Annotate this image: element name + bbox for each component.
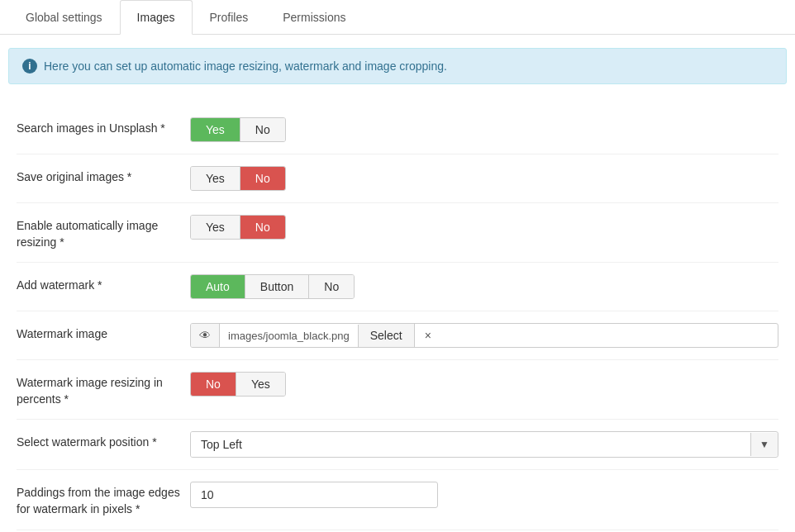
add-watermark-label: Add watermark *	[17, 274, 190, 294]
watermark-resize-toggle: No Yes	[190, 372, 286, 397]
watermark-padding-input[interactable]	[190, 482, 438, 508]
info-banner: i Here you can set up automatic image re…	[8, 48, 787, 84]
watermark-clear-button[interactable]: ×	[415, 324, 441, 347]
search-unsplash-yes[interactable]: Yes	[191, 118, 240, 141]
watermark-eye-button[interactable]: 👁	[191, 324, 220, 347]
tab-global-settings[interactable]: Global settings	[8, 0, 120, 35]
save-original-no[interactable]: No	[240, 167, 285, 190]
add-watermark-auto[interactable]: Auto	[191, 275, 245, 298]
watermark-padding-label: Paddings from the image edges for waterm…	[17, 482, 190, 517]
watermark-select-button[interactable]: Select	[359, 324, 415, 347]
add-watermark-toggle: Auto Button No	[190, 274, 355, 299]
add-watermark-no[interactable]: No	[308, 275, 354, 298]
watermark-resize-no[interactable]: No	[191, 373, 236, 396]
watermark-image-row: Watermark image 👁 images/joomla_black.pn…	[17, 311, 778, 360]
watermark-image-label: Watermark image	[17, 323, 190, 343]
watermark-resize-yes[interactable]: Yes	[236, 373, 285, 396]
watermark-padding-row: Paddings from the image edges for waterm…	[17, 470, 778, 530]
info-icon: i	[22, 59, 37, 74]
dropdown-arrow-icon: ▼	[750, 433, 778, 456]
info-banner-text: Here you can set up automatic image resi…	[44, 59, 447, 73]
tab-profiles[interactable]: Profiles	[193, 0, 266, 35]
search-unsplash-no[interactable]: No	[240, 118, 285, 141]
auto-resize-control: Yes No	[190, 215, 778, 240]
auto-resize-toggle: Yes No	[190, 215, 286, 240]
search-unsplash-toggle: Yes No	[190, 117, 286, 142]
form-content: Search images in Unsplash * Yes No Save …	[0, 97, 795, 532]
tab-permissions[interactable]: Permissions	[265, 0, 363, 35]
watermark-resize-label: Watermark image resizing in percents *	[17, 372, 190, 407]
save-original-yes[interactable]: Yes	[191, 167, 240, 190]
watermark-resize-row: Watermark image resizing in percents * N…	[17, 360, 778, 420]
auto-resize-no[interactable]: No	[240, 216, 285, 239]
watermark-position-select[interactable]: Top Left Top Center Top Right Middle Lef…	[191, 432, 750, 457]
watermark-padding-control	[190, 482, 778, 508]
auto-resize-label: Enable automatically image resizing *	[17, 215, 190, 250]
tab-bar: Global settings Images Profiles Permissi…	[0, 0, 795, 35]
add-watermark-button[interactable]: Button	[245, 275, 308, 298]
tab-images[interactable]: Images	[120, 0, 193, 35]
add-watermark-control: Auto Button No	[190, 274, 778, 299]
watermark-position-control: Top Left Top Center Top Right Middle Lef…	[190, 431, 778, 458]
watermark-position-dropdown: Top Left Top Center Top Right Middle Lef…	[190, 431, 778, 458]
search-unsplash-row: Search images in Unsplash * Yes No	[17, 106, 778, 154]
add-watermark-row: Add watermark * Auto Button No	[17, 263, 778, 311]
watermark-image-group: 👁 images/joomla_black.png Select ×	[190, 323, 778, 348]
save-original-row: Save original images * Yes No	[17, 154, 778, 203]
auto-resize-row: Enable automatically image resizing * Ye…	[17, 203, 778, 263]
search-unsplash-label: Search images in Unsplash *	[17, 117, 190, 137]
search-unsplash-control: Yes No	[190, 117, 778, 142]
watermark-position-row: Select watermark position * Top Left Top…	[17, 420, 778, 470]
save-original-control: Yes No	[190, 166, 778, 191]
auto-resize-yes[interactable]: Yes	[191, 216, 240, 239]
watermark-image-control: 👁 images/joomla_black.png Select ×	[190, 323, 778, 348]
save-original-label: Save original images *	[17, 166, 190, 186]
watermark-resize-control: No Yes	[190, 372, 778, 397]
watermark-position-label: Select watermark position *	[17, 431, 190, 451]
watermark-path-text: images/joomla_black.png	[220, 325, 359, 347]
save-original-toggle: Yes No	[190, 166, 286, 191]
